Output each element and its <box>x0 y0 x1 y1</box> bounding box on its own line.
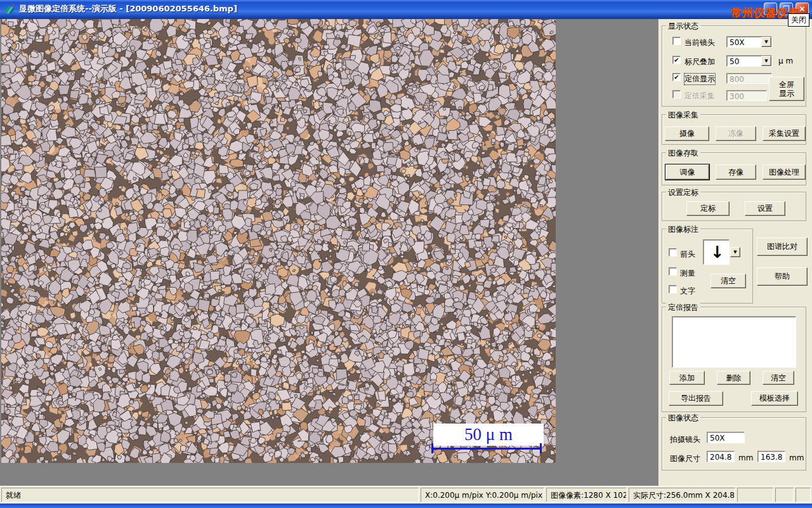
status-ready: 就绪 <box>1 488 419 502</box>
report-clear-button[interactable]: 清空 <box>763 371 794 385</box>
freeze-button: 冻像 <box>716 126 756 141</box>
image-size-label: 图像尺寸 <box>670 453 700 464</box>
title-bar: 显微图像定倍系统--演示版 - [20090602055646.bmp] _ ❐… <box>0 0 812 19</box>
control-panel: 显示状态 当前镜头 50X ▼ ✔ 标尺叠加 50 ▼ μ m ✔ 定倍显示 8… <box>658 19 812 486</box>
report-delete-button[interactable]: 删除 <box>717 371 750 385</box>
annotation-group: 图像标注 箭头 ↓ ▼ 测量 文字 清空 <box>662 229 753 304</box>
group-title: 定倍报告 <box>666 302 700 313</box>
clear-annotations-button[interactable]: 清空 <box>710 274 746 288</box>
arrow-style-value[interactable]: ↓ <box>703 239 730 265</box>
image-process-button[interactable]: 图像处理 <box>763 164 806 180</box>
ruler-unit-label: μ m <box>778 57 793 65</box>
microscope-image <box>1 19 556 463</box>
arrow-checkbox[interactable] <box>669 248 677 257</box>
group-title: 图像存取 <box>666 148 700 159</box>
shoot-lens-label: 拍摄镜头 <box>670 434 700 445</box>
calibration-group: 设置定标 定标 设置 <box>662 192 806 221</box>
image-height-value[interactable]: 163.8 <box>757 451 785 462</box>
fullscreen-label-line1: 全屏 <box>779 80 794 89</box>
fixed-display-checkbox[interactable]: ✔ <box>672 73 681 81</box>
close-tooltip: 关闭 <box>788 13 809 27</box>
arrow-style-combo[interactable]: ↓ ▼ <box>703 239 741 266</box>
fullscreen-button[interactable]: 全屏 显示 <box>769 77 804 101</box>
window-bottom-border <box>0 504 812 508</box>
status-pixel-scale: X:0.200μ m/pix Y:0.200μ m/pix <box>421 488 544 502</box>
group-title: 图像状态 <box>666 413 700 424</box>
save-image-button[interactable]: 存像 <box>716 164 756 180</box>
fixed-display-label: 定倍显示 <box>684 74 715 84</box>
status-panel-empty <box>796 488 811 502</box>
text-label: 文字 <box>680 286 695 297</box>
scalebar-tick-left <box>431 443 433 453</box>
fixed-capture-checkbox <box>672 90 681 98</box>
scalebar-text: 50 μ m <box>464 425 513 444</box>
scalebar-label-box: 50 μ m <box>433 424 544 446</box>
ruler-combo[interactable]: 50 ▼ <box>726 55 772 67</box>
lens-combo[interactable]: 50X ▼ <box>726 36 772 48</box>
fixed-capture-label: 定倍采集 <box>684 91 715 102</box>
scalebar-tick-right <box>540 443 542 453</box>
image-width-value[interactable]: 204.8 <box>707 451 735 462</box>
measure-checkbox[interactable] <box>669 267 677 276</box>
image-capture-group: 图像采集 摄像 冻像 采集设置 <box>662 114 806 145</box>
report-group: 定倍报告 添加 删除 清空 导出报告 模板选择 <box>662 307 806 412</box>
group-title: 显示状态 <box>666 21 700 32</box>
height-unit-label: mm <box>789 453 804 462</box>
scalebar-line <box>431 448 542 450</box>
ruler-overlay-label: 标尺叠加 <box>684 57 715 67</box>
display-status-group: 显示状态 当前镜头 50X ▼ ✔ 标尺叠加 50 ▼ μ m ✔ 定倍显示 8… <box>662 25 806 107</box>
image-storage-group: 图像存取 调像 存像 图像处理 <box>662 152 806 185</box>
help-button[interactable]: 帮助 <box>757 267 808 286</box>
report-add-button[interactable]: 添加 <box>669 371 705 385</box>
width-unit-label: mm <box>738 453 753 462</box>
image-status-group: 图像状态 拍摄镜头 50X 图像尺寸 204.8 mm 163.8 mm <box>662 417 806 471</box>
group-title: 设置定标 <box>666 187 700 198</box>
client-area: 50 μ m 显示状态 当前镜头 50X ▼ ✔ 标尺叠加 50 <box>0 19 812 486</box>
fixed-capture-value: 300 <box>726 90 767 101</box>
fixed-display-value: 800 <box>726 73 772 84</box>
chevron-down-icon[interactable]: ▼ <box>761 56 771 66</box>
status-panel-empty <box>775 488 794 502</box>
application-window: 显微图像定倍系统--演示版 - [20090602055646.bmp] _ ❐… <box>0 0 812 508</box>
calibrate-button[interactable]: 定标 <box>686 201 730 216</box>
status-actual-size: 实际尺寸:256.0mm X 204.8mm <box>629 488 735 502</box>
image-viewer: 50 μ m <box>1 19 556 463</box>
measure-label: 测量 <box>680 268 695 279</box>
fullscreen-label-line2: 显示 <box>779 89 794 98</box>
load-image-button[interactable]: 调像 <box>665 164 709 180</box>
current-lens-label: 当前镜头 <box>684 37 715 48</box>
report-listbox[interactable] <box>672 316 796 368</box>
current-lens-checkbox[interactable] <box>672 37 681 45</box>
template-select-button[interactable]: 模板选择 <box>751 391 798 406</box>
ruler-overlay-checkbox[interactable]: ✔ <box>672 56 681 64</box>
status-image-pixels: 图像像素:1280 X 1024 <box>546 488 627 502</box>
group-title: 图像标注 <box>666 224 700 235</box>
export-report-button[interactable]: 导出报告 <box>669 391 723 406</box>
arrow-label: 箭头 <box>680 249 695 260</box>
status-panel-empty <box>737 488 773 502</box>
capture-settings-button[interactable]: 采集设置 <box>763 126 806 141</box>
settings-button[interactable]: 设置 <box>745 201 785 216</box>
chevron-down-icon[interactable]: ▼ <box>761 37 771 47</box>
shoot-lens-value: 50X <box>707 432 745 443</box>
group-title: 图像采集 <box>666 110 700 121</box>
capture-button[interactable]: 摄像 <box>665 126 709 141</box>
window-title: 显微图像定倍系统--演示版 - [20090602055646.bmp] <box>19 0 237 18</box>
chevron-down-icon[interactable]: ▼ <box>730 247 740 257</box>
text-checkbox[interactable] <box>669 285 677 293</box>
atlas-compare-button[interactable]: 图谱比对 <box>757 237 808 256</box>
status-bar: 就绪 X:0.200μ m/pix Y:0.200μ m/pix 图像像素:12… <box>0 486 812 504</box>
app-icon <box>4 4 15 15</box>
